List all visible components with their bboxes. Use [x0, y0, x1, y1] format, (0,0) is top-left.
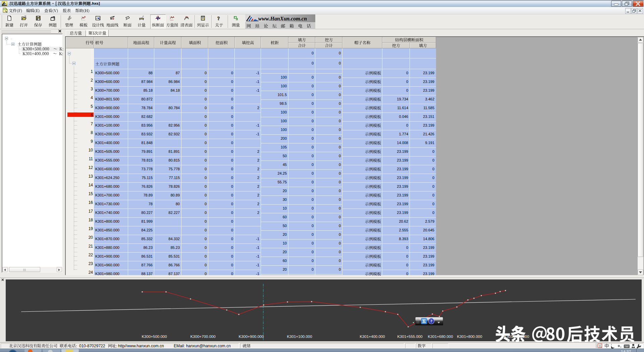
svg-text:14:37: 14:37: [621, 350, 631, 352]
svg-text:K301+400.000: K301+400.000: [360, 335, 385, 339]
svg-text:?: ?: [430, 319, 432, 323]
svg-text:?: ?: [217, 16, 220, 21]
svg-text:80: 80: [113, 17, 115, 19]
svg-text:K300+900.000: K300+900.000: [238, 335, 264, 339]
svg-text:K301+555.000: K301+555.000: [397, 335, 422, 339]
svg-text:K300+500.000: K300+500.000: [142, 335, 167, 339]
svg-text:K301+680.000: K301+680.000: [428, 335, 453, 339]
svg-text:K301+100.000: K301+100.000: [287, 335, 312, 339]
svg-text:K301+900.000: K301+900.000: [504, 335, 529, 339]
svg-text:K301+800.000: K301+800.000: [457, 335, 482, 339]
svg-text:K300+700.000: K300+700.000: [190, 335, 215, 339]
svg-text:HXS: HXS: [3, 8, 7, 10]
